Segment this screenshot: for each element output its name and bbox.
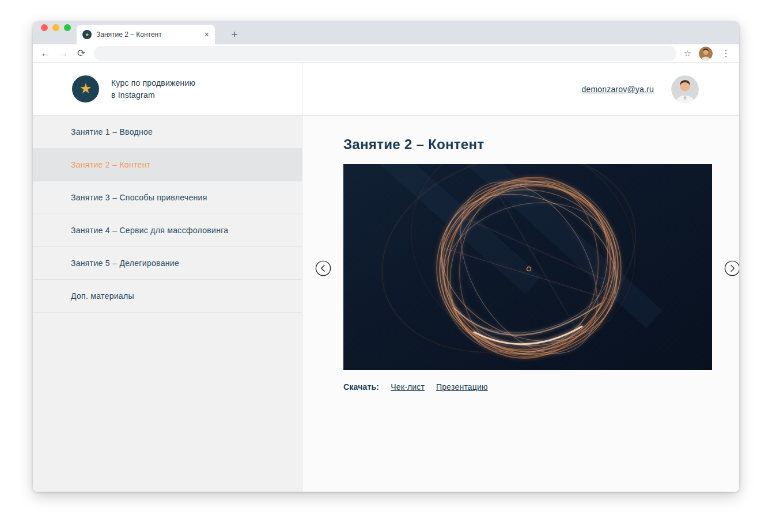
next-lesson-button[interactable] [724, 260, 739, 276]
address-bar[interactable] [94, 46, 676, 61]
tab-close-icon[interactable]: × [205, 31, 209, 39]
sidebar-item-3[interactable]: Занятие 3 – Способы привлечения [33, 181, 302, 214]
sidebar-item-1[interactable]: Занятие 1 – Вводное [33, 116, 302, 149]
sidebar-item-2[interactable]: Занятие 2 – Контент [33, 149, 302, 181]
lesson-video-thumbnail[interactable] [343, 164, 712, 370]
browser-profile-avatar-image [699, 47, 713, 60]
sidebar-item-6[interactable]: Доп. материалы [33, 280, 302, 313]
download-label: Скачать: [343, 382, 379, 392]
browser-profile-avatar[interactable] [699, 47, 713, 60]
app-header-brand: ★ Курс по продвижению в Instagram [33, 63, 302, 115]
browser-menu-icon[interactable]: ⋮ [720, 48, 732, 59]
sidebar-item-4[interactable]: Занятие 4 – Сервис для массфоловинга [33, 214, 302, 247]
browser-toolbar: ← → ⟳ ☆ ⋮ [33, 44, 739, 63]
lessons-sidebar: Занятие 1 – Вводное Занятие 2 – Контент … [33, 116, 302, 492]
tab-favicon-icon: ★ [82, 30, 92, 39]
traffic-lights [41, 24, 71, 31]
app-header: ★ Курс по продвижению в Instagram demonz… [33, 63, 739, 116]
browser-tab[interactable]: ★ Занятие 2 – Контент × [77, 25, 215, 44]
fullscreen-window-button[interactable] [64, 24, 71, 31]
user-avatar-image [671, 75, 699, 103]
lesson-content: Занятие 2 – Контент [302, 116, 739, 492]
back-icon[interactable]: ← [40, 48, 51, 58]
close-window-button[interactable] [41, 24, 48, 31]
browser-window: ★ Занятие 2 – Контент × + ← → ⟳ ☆ ⋮ [33, 21, 739, 492]
sidebar-item-5[interactable]: Занятие 5 – Делегирование [33, 247, 302, 280]
previous-lesson-button[interactable] [315, 260, 331, 276]
tab-strip: ★ Занятие 2 – Контент × + [33, 21, 739, 44]
course-app: ★ Курс по продвижению в Instagram demonz… [33, 63, 739, 492]
course-title: Курс по продвижению в Instagram [111, 77, 195, 101]
user-avatar[interactable] [671, 75, 699, 103]
tab-title: Занятие 2 – Контент [96, 31, 200, 39]
forward-icon: → [58, 48, 69, 58]
lesson-title: Занятие 2 – Контент [343, 136, 739, 153]
reload-icon[interactable]: ⟳ [76, 48, 86, 58]
app-body: Занятие 1 – Вводное Занятие 2 – Контент … [33, 116, 739, 492]
download-presentation-link[interactable]: Презентацию [436, 382, 488, 392]
download-checklist-link[interactable]: Чек-лист [391, 382, 425, 392]
course-logo-icon: ★ [72, 75, 99, 102]
downloads-row: Скачать: Чек-лист Презентацию [343, 382, 739, 392]
bookmark-star-icon[interactable]: ☆ [684, 48, 691, 59]
user-email-link[interactable]: demonzarov@ya.ru [581, 85, 654, 94]
app-header-user: demonzarov@ya.ru [302, 63, 739, 115]
minimize-window-button[interactable] [52, 24, 59, 31]
new-tab-button[interactable]: + [226, 26, 243, 43]
